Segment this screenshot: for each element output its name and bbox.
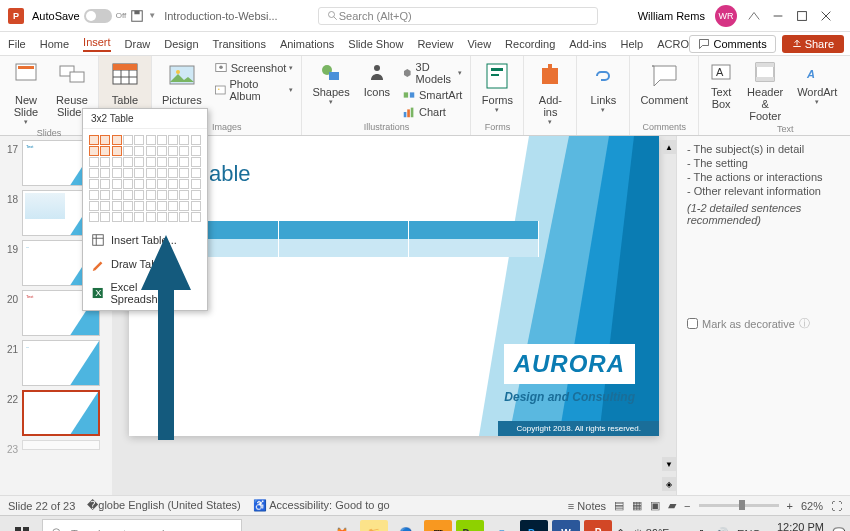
zoom-slider[interactable] — [699, 504, 779, 507]
grid-cell[interactable] — [179, 201, 189, 211]
grid-cell[interactable] — [134, 212, 144, 222]
grid-cell[interactable] — [123, 190, 133, 200]
thumb-21[interactable]: 21... — [0, 338, 112, 388]
slide-number-button[interactable]: # — [845, 77, 850, 93]
grid-cell[interactable] — [134, 135, 144, 145]
grid-cell[interactable] — [146, 190, 156, 200]
grid-cell[interactable] — [100, 201, 110, 211]
zoom-out-button[interactable]: − — [684, 500, 690, 512]
save-icon[interactable] — [130, 9, 144, 23]
language-indicator[interactable]: �globe English (United States) — [87, 499, 240, 512]
grid-cell[interactable] — [179, 157, 189, 167]
grid-cell[interactable] — [191, 212, 201, 222]
thumb-23[interactable]: 23 — [0, 438, 112, 457]
volume-icon[interactable]: 🔊 — [715, 527, 729, 531]
grid-cell[interactable] — [179, 135, 189, 145]
excel-spreadsheet-item[interactable]: XExcel Spreadsheet — [83, 276, 207, 310]
normal-view-icon[interactable]: ▤ — [614, 499, 624, 512]
grid-cell[interactable] — [123, 135, 133, 145]
close-icon[interactable] — [819, 9, 833, 23]
scroll-up-button[interactable]: ▲ — [662, 140, 676, 154]
maximize-icon[interactable] — [795, 9, 809, 23]
grid-cell[interactable] — [168, 190, 178, 200]
accessibility-indicator[interactable]: ♿ Accessibility: Good to go — [253, 499, 390, 512]
chevron-down-icon[interactable]: ▼ — [148, 11, 156, 20]
grid-cell[interactable] — [134, 168, 144, 178]
textbox-button[interactable]: AText Box — [703, 58, 739, 112]
grid-cell[interactable] — [100, 135, 110, 145]
addins-button[interactable]: Add- ins▾ — [528, 58, 572, 128]
grid-cell[interactable] — [112, 201, 122, 211]
grid-cell[interactable] — [179, 179, 189, 189]
autosave-toggle[interactable] — [84, 9, 112, 23]
search-input[interactable]: Search (Alt+Q) — [318, 7, 598, 25]
grid-cell[interactable] — [123, 157, 133, 167]
grid-cell[interactable] — [89, 135, 99, 145]
grid-cell[interactable] — [89, 179, 99, 189]
cortana-icon[interactable]: ○ — [264, 520, 292, 532]
slide-canvas[interactable]: able AURORA Design and Consulting Copyri… — [129, 136, 659, 436]
grid-cell[interactable] — [191, 146, 201, 156]
new-slide-button[interactable]: New Slide▾ — [4, 58, 48, 128]
grid-cell[interactable] — [100, 179, 110, 189]
powerpoint-taskbar-icon[interactable]: P — [584, 520, 612, 532]
grid-cell[interactable] — [191, 190, 201, 200]
slide-title[interactable]: able — [209, 161, 251, 187]
tab-recording[interactable]: Recording — [505, 38, 555, 50]
scroll-down-button[interactable]: ▼ — [662, 457, 676, 471]
comment-button[interactable]: Comment — [634, 58, 694, 108]
grid-cell[interactable] — [146, 157, 156, 167]
grid-cell[interactable] — [146, 212, 156, 222]
links-button[interactable]: Links▾ — [581, 58, 625, 116]
grid-cell[interactable] — [146, 201, 156, 211]
grid-cell[interactable] — [191, 168, 201, 178]
tab-addins[interactable]: Add-ins — [569, 38, 606, 50]
insert-table-item[interactable]: Insert Table... — [83, 228, 207, 252]
grid-cell[interactable] — [100, 157, 110, 167]
grid-cell[interactable] — [100, 168, 110, 178]
grid-cell[interactable] — [123, 168, 133, 178]
photo-album-button[interactable]: Photo Album▾ — [210, 77, 298, 103]
tab-home[interactable]: Home — [40, 38, 69, 50]
grid-cell[interactable] — [146, 179, 156, 189]
grid-cell[interactable] — [179, 168, 189, 178]
grid-cell[interactable] — [157, 179, 167, 189]
tab-animations[interactable]: Animations — [280, 38, 334, 50]
smartart-button[interactable]: SmartArt — [398, 87, 466, 103]
sorter-view-icon[interactable]: ▦ — [632, 499, 642, 512]
grid-cell[interactable] — [112, 135, 122, 145]
grid-cell[interactable] — [123, 212, 133, 222]
grid-cell[interactable] — [123, 146, 133, 156]
chrome-icon[interactable]: 🔵 — [392, 520, 420, 532]
explorer-icon[interactable]: 📁 — [360, 520, 388, 532]
table-grid-picker[interactable] — [83, 129, 207, 228]
shapes-button[interactable]: Shapes▾ — [306, 58, 355, 108]
taskbar-search[interactable]: Type here to search — [42, 519, 242, 532]
object-button[interactable] — [845, 94, 850, 110]
dreamweaver-icon[interactable]: Dw — [456, 520, 484, 532]
grid-cell[interactable] — [168, 146, 178, 156]
grid-cell[interactable] — [168, 212, 178, 222]
grid-cell[interactable] — [89, 201, 99, 211]
zoom-in-button[interactable]: + — [787, 500, 793, 512]
grid-cell[interactable] — [191, 201, 201, 211]
tab-design[interactable]: Design — [164, 38, 198, 50]
grid-cell[interactable] — [157, 212, 167, 222]
tab-file[interactable]: File — [8, 38, 26, 50]
tab-slideshow[interactable]: Slide Show — [348, 38, 403, 50]
grid-cell[interactable] — [191, 157, 201, 167]
grid-cell[interactable] — [134, 190, 144, 200]
grid-cell[interactable] — [157, 168, 167, 178]
grid-cell[interactable] — [123, 201, 133, 211]
grid-cell[interactable] — [191, 135, 201, 145]
grid-cell[interactable] — [89, 157, 99, 167]
grid-cell[interactable] — [179, 212, 189, 222]
zoom-fit-icon[interactable]: ◈ — [662, 477, 676, 491]
grid-cell[interactable] — [157, 190, 167, 200]
notifications-icon[interactable]: 💬 — [832, 527, 846, 531]
language-indicator[interactable]: ENG — [737, 528, 761, 532]
grid-cell[interactable] — [112, 179, 122, 189]
tab-transitions[interactable]: Transitions — [213, 38, 266, 50]
chart-button[interactable]: Chart — [398, 104, 466, 120]
wordart-button[interactable]: AWordArt▾ — [791, 58, 843, 108]
